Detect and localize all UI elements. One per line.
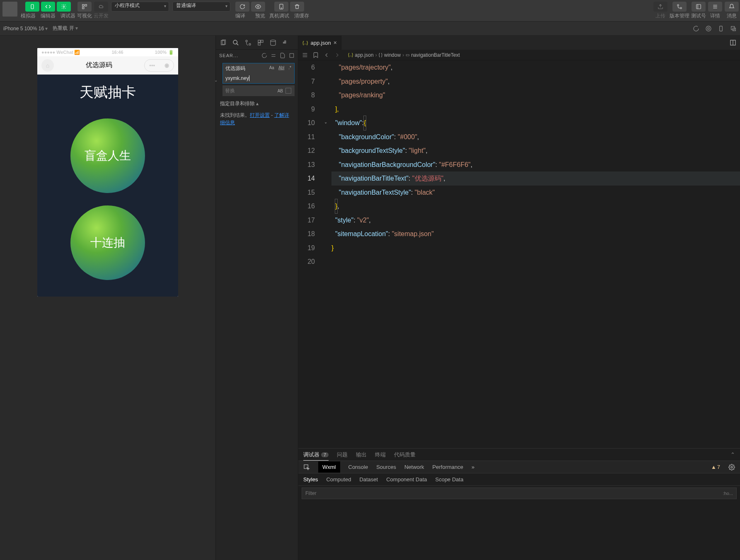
bottom-tab-debugger[interactable]: 调试器7: [303, 451, 329, 461]
bottom-tab-terminal[interactable]: 终端: [375, 451, 386, 459]
devtool-performance[interactable]: Performance: [433, 464, 463, 470]
rotate-icon[interactable]: [693, 25, 699, 32]
device-select[interactable]: iPhone 5 100% 16: [3, 26, 48, 31]
fold-chevron[interactable]: ⌄: [324, 115, 327, 129]
match-case-toggle[interactable]: Aa: [268, 65, 276, 70]
message-button[interactable]: [725, 2, 739, 12]
filter-input[interactable]: Filter :ho...: [302, 488, 737, 499]
compile-select[interactable]: 普通编译: [172, 2, 230, 12]
simulator-button[interactable]: [25, 2, 39, 12]
tab-appjson[interactable]: {..} app.json ×: [298, 36, 341, 50]
home-button[interactable]: ⌂: [41, 59, 54, 72]
svg-rect-26: [261, 40, 263, 42]
collapse-icon[interactable]: [289, 53, 295, 58]
top-toolbar: 模拟器编辑器调试器 可视化 云开发 小程序模式 普通编译 编译预览 真机调试清缓…: [0, 0, 740, 22]
git-icon[interactable]: [245, 39, 252, 46]
split-editor-icon[interactable]: [726, 36, 740, 50]
bottom-panel: 调试器7 问题 输出 终端 代码质量 ⌃ Wxml Console Source…: [298, 448, 740, 560]
preserve-case-icon[interactable]: AB: [278, 89, 283, 93]
warning-badge[interactable]: ▲7: [711, 464, 720, 470]
mode-select[interactable]: 小程序模式: [111, 2, 169, 12]
cloud-button[interactable]: [94, 2, 108, 12]
bottom-tab-quality[interactable]: 代码质量: [394, 451, 416, 459]
subtab-component[interactable]: Component Data: [386, 476, 427, 483]
whole-word-toggle[interactable]: Abl: [277, 65, 285, 70]
devtool-more[interactable]: »: [472, 464, 474, 470]
crumb-file[interactable]: app.json: [355, 52, 373, 58]
inspect-icon[interactable]: [303, 464, 310, 471]
avatar[interactable]: [2, 2, 17, 17]
simulator-pane: ●●●●● WeChat 📶 16:46 100% 🔋 ⌂ 优选源码 •••◉ …: [0, 36, 215, 560]
capsule-button[interactable]: •••◉: [144, 59, 174, 72]
hotreload-select[interactable]: 热重载 开: [53, 25, 78, 32]
page-title: 天赋抽卡: [80, 83, 136, 102]
editor-button[interactable]: [41, 2, 55, 12]
devtool-console[interactable]: Console: [348, 464, 368, 470]
preview-button[interactable]: [251, 2, 265, 12]
carrier-label: ●●●●● WeChat: [41, 50, 73, 55]
open-settings-link[interactable]: 打开设置: [250, 112, 270, 118]
code-area[interactable]: 67891011121314151617181920 ⌄ "pages/traj…: [298, 60, 740, 448]
back-icon[interactable]: [323, 52, 330, 58]
remote-debug-button[interactable]: [274, 2, 288, 12]
version-button[interactable]: [672, 2, 687, 12]
subtab-styles[interactable]: Styles: [303, 476, 318, 483]
hov-toggle[interactable]: :ho...: [723, 491, 733, 496]
svg-rect-4: [82, 7, 84, 9]
svg-point-5: [257, 6, 259, 7]
toggle-sidebar-icon[interactable]: [302, 52, 308, 58]
clear-cache-button[interactable]: [290, 2, 304, 12]
devtool-sources[interactable]: Sources: [376, 464, 396, 470]
svg-point-14: [706, 26, 711, 31]
stop-icon[interactable]: [705, 25, 712, 32]
devtool-network[interactable]: Network: [404, 464, 424, 470]
testid-button[interactable]: [692, 2, 706, 12]
search-input-box[interactable]: 优选源码 yxymk.ney Aa Abl .*: [222, 63, 295, 84]
bottom-tab-problems[interactable]: 问题: [337, 451, 348, 459]
detail-button[interactable]: [708, 2, 722, 12]
collapse-panel-icon[interactable]: ⌃: [730, 451, 735, 458]
visualizer-button[interactable]: [77, 2, 92, 12]
gear-icon[interactable]: [728, 464, 735, 471]
explorer-icon[interactable]: [220, 39, 227, 46]
compile-button[interactable]: [235, 2, 249, 12]
popout-icon[interactable]: [730, 25, 737, 32]
svg-point-28: [271, 40, 276, 41]
ball-button-2[interactable]: 十连抽: [70, 205, 145, 280]
regex-toggle[interactable]: .*: [287, 65, 293, 70]
subtab-dataset[interactable]: Dataset: [359, 476, 378, 483]
replace-input[interactable]: 替换 AB: [222, 85, 295, 96]
sidebar-search-pane: SEAR... ⌄ 优选源码 yxymk.ney Aa Abl .* 替换 AB: [215, 36, 298, 560]
svg-point-21: [233, 40, 237, 44]
debugger-button[interactable]: [57, 2, 71, 12]
ext-icon[interactable]: [257, 39, 264, 46]
refresh-icon[interactable]: [261, 53, 267, 58]
db-icon[interactable]: [270, 39, 276, 46]
bottom-tab-output[interactable]: 输出: [356, 451, 367, 459]
crumb-key[interactable]: navigationBarTitleText: [411, 52, 460, 58]
clear-icon[interactable]: [271, 53, 276, 58]
toggle-replace-chevron[interactable]: ⌄: [214, 78, 218, 82]
forward-icon[interactable]: [334, 52, 341, 58]
preview-label: 预览: [253, 12, 268, 19]
close-tab-icon[interactable]: ×: [334, 39, 337, 46]
subtab-computed[interactable]: Computed: [326, 476, 351, 483]
search-query-2: yxymk.ney: [225, 75, 249, 81]
exclude-toggle[interactable]: 指定目录和排除: [216, 99, 298, 109]
no-results-text: 未找到结果。打开设置 - 了解详细信息: [216, 109, 298, 129]
search-icon[interactable]: [232, 39, 239, 46]
bookmark-icon[interactable]: [312, 52, 319, 58]
replace-all-icon[interactable]: [285, 88, 291, 94]
devtool-wxml[interactable]: Wxml: [318, 461, 340, 473]
phone-body: 天赋抽卡 盲盒人生 十连抽: [37, 75, 178, 297]
upload-button[interactable]: [653, 2, 667, 12]
phone-icon[interactable]: [718, 25, 724, 32]
ball-button-1[interactable]: 盲盒人生: [70, 118, 145, 193]
svg-point-7: [281, 8, 281, 8]
crumb-window[interactable]: window: [384, 52, 401, 58]
newfile-icon[interactable]: [280, 53, 285, 58]
svg-rect-30: [285, 42, 286, 43]
docker-icon[interactable]: [282, 39, 289, 46]
subtab-scope[interactable]: Scope Data: [435, 476, 463, 483]
version-label: 版本管理: [670, 12, 689, 19]
